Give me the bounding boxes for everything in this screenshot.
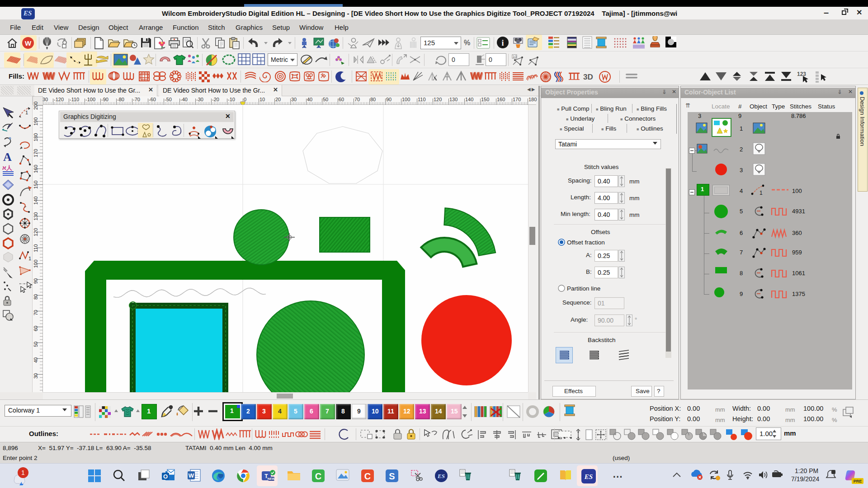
svg-text:0: 0	[452, 56, 455, 63]
svg-text:1: 1	[25, 110, 28, 115]
svg-text:PRE: PRE	[854, 479, 862, 483]
svg-text:1: 1	[21, 469, 25, 476]
svg-text:W: W	[189, 472, 194, 479]
svg-text:3D: 3D	[583, 73, 593, 81]
svg-text:W: W	[25, 39, 32, 47]
svg-text:i: i	[501, 38, 504, 47]
svg-text:ES: ES	[437, 473, 445, 479]
svg-text:0: 0	[489, 56, 492, 63]
svg-text:S: S	[389, 471, 395, 481]
svg-text:C: C	[315, 471, 321, 481]
svg-text:10: 10	[513, 55, 517, 59]
svg-text:C: C	[364, 471, 371, 481]
svg-text:NEW: NEW	[268, 477, 275, 480]
svg-text:ES: ES	[584, 473, 593, 480]
svg-text:Metric: Metric	[271, 56, 288, 63]
svg-text:1: 1	[28, 256, 31, 261]
svg-text:1: 1	[760, 190, 763, 196]
svg-text:123: 123	[797, 71, 806, 77]
svg-text:125: 125	[424, 39, 435, 47]
svg-text:א人: א人	[2, 164, 13, 171]
svg-text:O: O	[163, 473, 168, 480]
svg-text:A: A	[3, 150, 12, 163]
